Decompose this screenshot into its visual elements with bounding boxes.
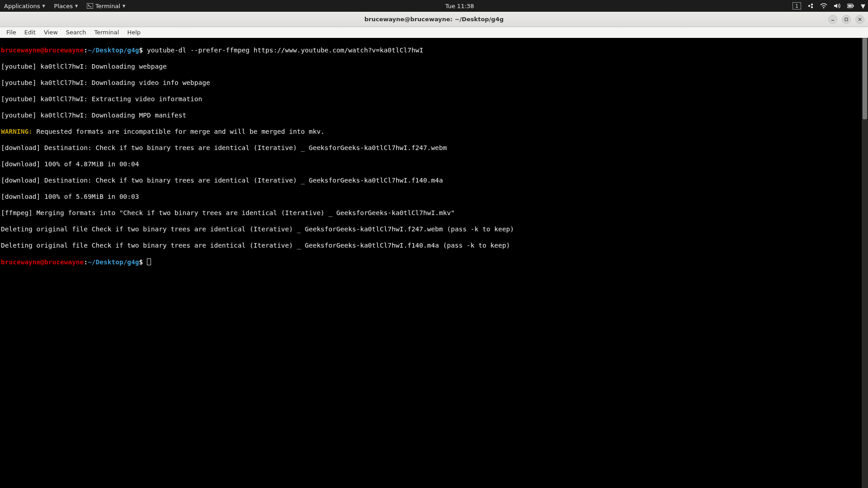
prompt-user: brucewayne@brucewayne bbox=[1, 47, 84, 54]
terminal-icon bbox=[87, 3, 93, 9]
workspace-indicator[interactable]: 1 bbox=[793, 2, 801, 9]
gnome-top-bar: Applications ▼ Places ▼ Terminal ▼ Tue 1… bbox=[0, 0, 868, 12]
prompt-path: ~/Desktop/g4g bbox=[88, 47, 139, 54]
terminal-viewport[interactable]: brucewayne@brucewayne:~/Desktop/g4g$ you… bbox=[0, 38, 868, 488]
places-menu[interactable]: Places ▼ bbox=[53, 3, 80, 9]
terminal-output: brucewayne@brucewayne:~/Desktop/g4g$ you… bbox=[0, 38, 868, 282]
status-icon[interactable] bbox=[807, 3, 814, 9]
output-line: [download] 100% of 5.69MiB in 00:03 bbox=[1, 192, 867, 201]
places-label: Places bbox=[54, 3, 73, 9]
command-text: youtube-dl --prefer-ffmpeg https://www.y… bbox=[143, 47, 423, 54]
svg-rect-0 bbox=[87, 3, 93, 9]
svg-point-4 bbox=[811, 6, 813, 8]
chevron-down-icon[interactable]: ▼ bbox=[861, 3, 865, 9]
scrollbar-thumb[interactable] bbox=[863, 38, 867, 119]
prompt-dollar: $ bbox=[139, 47, 143, 54]
svg-rect-9 bbox=[848, 5, 852, 7]
svg-point-2 bbox=[808, 5, 810, 7]
window-titlebar: brucewayne@brucewayne: ~/Desktop/g4g bbox=[0, 12, 868, 27]
output-line: [youtube] ka0tlCl7hwI: Downloading video… bbox=[1, 79, 867, 87]
chevron-down-icon: ▼ bbox=[42, 4, 45, 8]
svg-point-5 bbox=[823, 7, 825, 9]
output-line: [youtube] ka0tlCl7hwI: Downloading MPD m… bbox=[1, 111, 867, 119]
text-cursor bbox=[147, 258, 151, 265]
menu-help[interactable]: Help bbox=[123, 28, 144, 37]
output-line: [download] Destination: Check if two bin… bbox=[1, 176, 867, 184]
maximize-button[interactable] bbox=[842, 15, 851, 24]
output-line: [download] 100% of 4.87MiB in 00:04 bbox=[1, 160, 867, 168]
menu-edit[interactable]: Edit bbox=[21, 28, 39, 37]
battery-icon[interactable] bbox=[847, 3, 854, 9]
svg-point-3 bbox=[811, 4, 813, 5]
warning-label: WARNING: bbox=[1, 128, 33, 135]
prompt-colon: : bbox=[84, 258, 88, 266]
volume-icon[interactable] bbox=[834, 3, 841, 9]
svg-rect-11 bbox=[845, 18, 848, 21]
menu-terminal[interactable]: Terminal bbox=[90, 28, 123, 37]
terminal-menubar: File Edit View Search Terminal Help bbox=[0, 27, 868, 38]
clock[interactable]: Tue 11:38 bbox=[127, 3, 793, 9]
output-line: Deleting original file Check if two bina… bbox=[1, 225, 867, 233]
applications-label: Applications bbox=[4, 3, 40, 9]
output-line: [ffmpeg] Merging formats into "Check if … bbox=[1, 209, 867, 217]
svg-rect-8 bbox=[853, 5, 854, 7]
prompt-user: brucewayne@brucewayne bbox=[1, 258, 84, 266]
terminal-app-menu[interactable]: Terminal ▼ bbox=[85, 3, 127, 9]
scrollbar-vertical[interactable] bbox=[862, 38, 868, 488]
output-line: [download] Destination: Check if two bin… bbox=[1, 144, 867, 152]
prompt-path: ~/Desktop/g4g bbox=[88, 258, 139, 266]
window-title: brucewayne@brucewayne: ~/Desktop/g4g bbox=[364, 16, 504, 23]
clock-text: Tue 11:38 bbox=[445, 3, 474, 9]
output-line: [youtube] ka0tlCl7hwI: Extracting video … bbox=[1, 95, 867, 103]
terminal-app-label: Terminal bbox=[95, 3, 120, 9]
prompt-dollar: $ bbox=[139, 258, 143, 266]
warning-text: Requested formats are incompatible for m… bbox=[33, 128, 325, 135]
output-line: [youtube] ka0tlCl7hwI: Downloading webpa… bbox=[1, 62, 867, 70]
output-line: Deleting original file Check if two bina… bbox=[1, 241, 867, 249]
chevron-down-icon: ▼ bbox=[75, 4, 78, 8]
close-button[interactable] bbox=[855, 15, 864, 24]
minimize-button[interactable] bbox=[828, 15, 837, 24]
prompt-colon: : bbox=[84, 47, 88, 54]
svg-marker-6 bbox=[834, 4, 837, 8]
menu-view[interactable]: View bbox=[40, 28, 61, 37]
menu-search[interactable]: Search bbox=[62, 28, 90, 37]
chevron-down-icon: ▼ bbox=[123, 4, 125, 8]
network-icon[interactable] bbox=[820, 3, 827, 9]
menu-file[interactable]: File bbox=[3, 28, 20, 37]
applications-menu[interactable]: Applications ▼ bbox=[3, 3, 47, 9]
